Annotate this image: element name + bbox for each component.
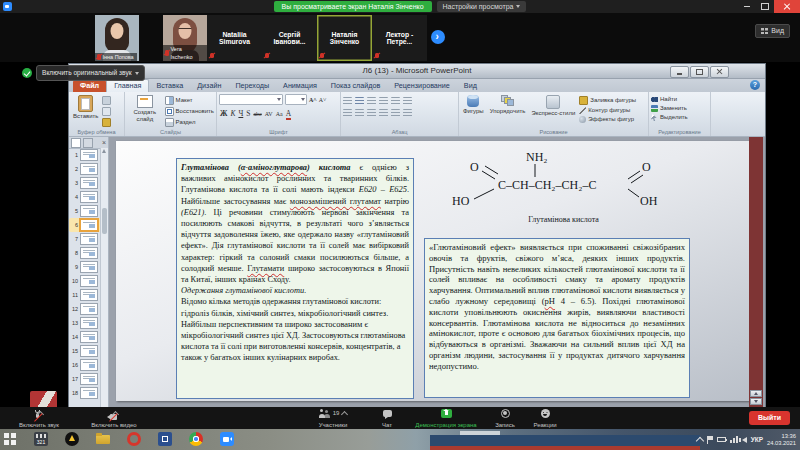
chrome-icon[interactable] [189,432,203,446]
chat-button[interactable]: Чат [372,408,402,428]
help-icon[interactable]: ? [750,80,760,90]
view-button[interactable]: Вид [755,24,790,38]
smartart-convert-icon[interactable] [403,109,412,117]
ribbon-tab-Вставка[interactable]: Вставка [149,80,190,92]
replace-button[interactable]: Заменить [651,105,688,112]
ribbon-tab-Анимация[interactable]: Анимация [276,80,324,92]
slide-thumbnail-4[interactable]: 4 [69,190,101,204]
participant-tile-5[interactable]: Наталія Зінченко [317,15,372,61]
minimize-button[interactable] [738,0,756,13]
quick-styles-button[interactable]: Экспресс-стили [529,94,577,127]
copy-icon[interactable] [102,107,111,116]
slide-thumbnail-7[interactable]: 7 [69,232,101,246]
ribbon-tab-Показ слайдов[interactable]: Показ слайдов [324,80,388,92]
slide-thumbnail-14[interactable]: 14 [69,330,101,344]
close-button[interactable] [774,0,800,13]
justify-icon[interactable] [379,109,388,117]
right-text-box[interactable]: «Глютаміновий ефект» виявляється при спо… [424,238,690,398]
reactions-button[interactable]: Реакции [526,408,564,428]
text-shadow-button[interactable]: S [246,110,250,118]
ppt-close-button[interactable] [710,66,729,78]
record-button[interactable]: Запись [488,408,522,428]
aimp-icon[interactable] [65,432,79,446]
increase-indent-icon[interactable] [379,97,388,105]
ppt-minimize-button[interactable] [670,66,689,78]
language-indicator[interactable]: УКР [751,436,763,443]
share-screen-button[interactable]: Демонстрация экрана [408,408,484,428]
slide-thumbnail-6[interactable]: 6 [69,218,101,232]
ribbon-tab-Рецензирование[interactable]: Рецензирование [387,80,457,92]
file-explorer-icon[interactable] [96,432,110,446]
windows-start-icon[interactable] [3,432,17,446]
new-slide-button[interactable]: Создать слайд [127,94,163,127]
opera-icon[interactable] [127,432,141,446]
taskbar-clock[interactable]: 13:36 24.03.2021 [767,433,796,447]
find-button[interactable]: Найти [651,96,688,103]
participant-tile-3[interactable]: Nataliia Simurova [207,15,262,61]
font-size-combobox[interactable] [285,94,307,105]
zoom-icon[interactable] [220,432,234,446]
numbering-icon[interactable] [355,97,364,105]
shape-outline-button[interactable]: Контур фигуры [579,107,636,114]
volume-icon[interactable] [742,437,747,443]
panel-close-icon[interactable]: × [102,139,106,147]
shape-fill-button[interactable]: Заливка фигуры [579,96,636,105]
participant-tile-6[interactable]: Лектор - Петре... [372,15,427,61]
font-name-combobox[interactable] [219,94,283,105]
bullets-icon[interactable] [343,97,352,105]
start-video-button[interactable]: Включить видео [78,408,150,428]
slide-thumbnail-3[interactable]: 3 [69,176,101,190]
font-color-button[interactable]: A [286,110,291,120]
maximize-button[interactable] [756,0,774,13]
ribbon-tab-Дизайн[interactable]: Дизайн [190,80,228,92]
leave-button[interactable]: Выйти [749,411,790,425]
arrange-button[interactable]: Упорядочить [488,94,528,127]
next-participants-button[interactable] [431,30,445,44]
align-right-icon[interactable] [367,109,376,117]
view-settings-dropdown[interactable]: Настройки просмотра [437,1,527,12]
participant-tile-1[interactable]: Інна Попова [95,15,139,61]
scroll-down-icon[interactable] [750,398,762,405]
slide-thumbnail-1[interactable]: 1 [69,148,101,162]
cut-icon[interactable] [102,96,111,105]
bold-button[interactable]: Ж [220,110,227,118]
columns-icon[interactable] [391,109,400,117]
grow-font-icon[interactable]: A˄ [309,96,317,104]
paste-button[interactable]: Вставить [71,94,100,127]
restore-button[interactable]: Восстановить [165,107,214,116]
outline-tab-icon[interactable] [83,138,93,148]
line-spacing-icon[interactable] [391,97,400,105]
slide-thumbnail-18[interactable]: 18 [69,386,101,400]
participant-tile-2[interactable]: Vera Ischenko [163,15,207,61]
participants-button[interactable]: 19 Участники [300,408,366,428]
strikethrough-button[interactable]: abc [253,110,261,118]
unmute-button[interactable]: Включить звук [8,408,70,428]
slide-thumbnail-17[interactable]: 17 [69,372,101,386]
slide-thumbnail-12[interactable]: 12 [69,302,101,316]
slide-thumbnail-10[interactable]: 10 [69,274,101,288]
italic-button[interactable]: К [230,110,235,118]
format-painter-icon[interactable] [102,118,111,127]
canvas-scrollbar[interactable] [750,390,762,405]
slide-thumbnail-2[interactable]: 2 [69,162,101,176]
media-player-classic-icon[interactable] [34,432,48,446]
ribbon-tab-Файл[interactable]: Файл [73,80,106,92]
slides-tab-icon[interactable] [71,138,81,148]
tray-expand-icon[interactable] [695,436,703,444]
scroll-up-icon[interactable] [750,390,762,397]
potplayer-icon[interactable] [158,432,172,446]
slide-thumbnail-15[interactable]: 15 [69,344,101,358]
slide-thumbnail-8[interactable]: 8 [69,246,101,260]
battery-icon[interactable] [717,437,726,442]
chemical-structure[interactable]: NH₂ O HO C–CH–CH₂–CH₂–C O OH [446,147,681,235]
slide-thumbnail-5[interactable]: 5 [69,204,101,218]
participant-tile-4[interactable]: Сергій Іванови... [262,15,317,61]
shrink-font-icon[interactable]: A˅ [319,96,327,104]
change-case-button[interactable]: Aa [276,110,283,118]
slide-thumbnail-9[interactable]: 9 [69,260,101,274]
align-left-icon[interactable] [343,109,352,117]
layout-button[interactable]: Макет [165,96,214,105]
ppt-maximize-button[interactable] [690,66,709,78]
action-center-flag-icon[interactable] [707,436,713,444]
select-button[interactable]: Выделить [651,114,688,121]
